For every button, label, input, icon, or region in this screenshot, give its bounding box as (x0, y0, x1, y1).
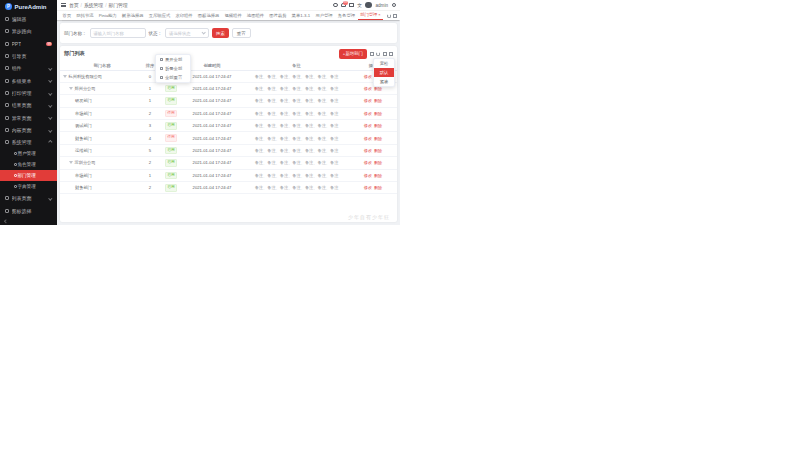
tab-部门管理[interactable]: 部门管理× (358, 11, 384, 20)
top-navbar: 首页/系统管理/部门管理 99文admin (57, 0, 400, 11)
breadcrumb-item[interactable]: 部门管理 (108, 2, 127, 8)
dropdown-item-折叠全部[interactable]: 折叠全部 (156, 64, 190, 73)
tag-bar: 首页防抖节流Pinia能力树形选择器互斥响应式水印组件图标选择器视频组件地图组件… (57, 11, 400, 20)
sidebar-item-系统管理[interactable]: 系统管理 (0, 136, 57, 148)
search-button[interactable]: 搜索 (212, 28, 229, 38)
sidebar-item-列表页面[interactable]: 列表页面 (0, 192, 57, 204)
logo[interactable]: P PureAdmin (0, 0, 57, 13)
tab-防抖节流[interactable]: 防抖节流 (74, 12, 96, 20)
tab-水印组件[interactable]: 水印组件 (173, 12, 195, 20)
refresh-icon[interactable] (387, 14, 391, 18)
op-修改[interactable]: 修改 (364, 148, 372, 153)
cell-sort: 2 (141, 111, 159, 116)
avatar[interactable] (365, 2, 372, 9)
department-name-input[interactable]: 请输入部门名称 (90, 28, 146, 38)
tab-视频组件[interactable]: 视频组件 (222, 12, 244, 20)
dropdown-item-展开全部[interactable]: 展开全部 (156, 55, 190, 64)
breadcrumb-item[interactable]: 首页 (69, 2, 79, 8)
cell-sort: 3 (141, 123, 159, 128)
tab-图标选择器[interactable]: 图标选择器 (195, 12, 222, 20)
tab-首页[interactable]: 首页 (60, 12, 74, 20)
tree-caret-icon[interactable] (69, 87, 73, 90)
notification-icon[interactable]: 99 (341, 3, 346, 8)
tree-caret-icon[interactable] (69, 161, 73, 164)
status-tag: 启用 (165, 172, 178, 180)
tab-角色管理[interactable]: 角色管理 (335, 12, 357, 20)
op-修改[interactable]: 修改 (364, 123, 372, 128)
reset-button[interactable]: 重置 (232, 28, 251, 38)
cell-department-name: 财务部门 (63, 185, 141, 190)
op-修改[interactable]: 修改 (364, 86, 372, 91)
collapse-menu-icon[interactable] (61, 3, 66, 7)
sidebar-item-label: 图标选择 (12, 208, 32, 214)
tab-地图组件[interactable]: 地图组件 (244, 12, 266, 20)
column-setting-icon[interactable] (389, 52, 393, 56)
op-删除[interactable]: 删除 (374, 160, 382, 165)
sidebar-item-图标选择[interactable]: 图标选择 (0, 205, 57, 217)
op-删除[interactable]: 删除 (374, 111, 382, 116)
tab-用户管理[interactable]: 用户管理 (313, 12, 335, 20)
settings-icon[interactable] (392, 3, 397, 8)
op-删除[interactable]: 删除 (374, 173, 382, 178)
density-option-宽松[interactable]: 宽松 (374, 59, 394, 68)
op-删除[interactable]: 删除 (374, 136, 382, 141)
op-删除[interactable]: 删除 (374, 148, 382, 153)
tab-菜单1-3-1[interactable]: 菜单1-3-1 (289, 12, 313, 20)
sidebar-subitem-字典管理[interactable]: 字典管理 (0, 181, 57, 192)
density-icon[interactable] (383, 52, 387, 56)
sidebar-item-组件[interactable]: 组件 (0, 62, 57, 74)
sidebar-item-异步路由[interactable]: 异步路由 (0, 25, 57, 37)
chevron-icon (49, 197, 53, 201)
sidebar-item-PPT[interactable]: PPT99 (0, 38, 57, 50)
menu-item-icon (5, 128, 9, 132)
sidebar-collapse-icon[interactable] (0, 217, 57, 225)
sidebar-item-打印管理[interactable]: 打印管理 (0, 87, 57, 99)
op-修改[interactable]: 修改 (364, 98, 372, 103)
tab-互斥响应式[interactable]: 互斥响应式 (146, 12, 173, 20)
sidebar-subitem-角色管理[interactable]: 角色管理 (0, 159, 57, 170)
tree-caret-icon[interactable] (63, 75, 67, 78)
op-修改[interactable]: 修改 (364, 111, 372, 116)
sidebar-item-编辑器[interactable]: 编辑器 (0, 13, 57, 25)
sidebar-item-内嵌页面[interactable]: 内嵌页面 (0, 124, 57, 136)
op-删除[interactable]: 删除 (374, 185, 382, 190)
add-department-button[interactable]: 新增部门 (339, 49, 367, 59)
fullscreen-icon[interactable] (349, 3, 354, 8)
cell-department-name: 财务部门 (63, 136, 141, 141)
search-icon[interactable] (333, 3, 338, 8)
page-content: 部门名称： 请输入部门名称 状态： 请选择状态 搜索 重置 部门列表 新增部门 (57, 20, 400, 225)
tab-树形选择器[interactable]: 树形选择器 (120, 12, 147, 20)
sidebar-item-引导页[interactable]: 引导页 (0, 50, 57, 62)
cell-operations: 修改删除 (352, 185, 394, 190)
tab-图片裁剪[interactable]: 图片裁剪 (267, 12, 289, 20)
density-option-紧凑[interactable]: 紧凑 (374, 77, 394, 86)
op-修改[interactable]: 修改 (364, 173, 372, 178)
op-修改[interactable]: 修改 (364, 185, 372, 190)
column-header: 备注 (241, 63, 352, 68)
sidebar: P PureAdmin 编辑器异步路由PPT99引导页组件多级菜单打印管理结果页… (0, 0, 57, 225)
op-修改[interactable]: 修改 (364, 74, 372, 79)
op-修改[interactable]: 修改 (364, 160, 372, 165)
breadcrumb-separator: / (81, 3, 82, 8)
sidebar-item-结果页面[interactable]: 结果页面 (0, 99, 57, 111)
sidebar-subitem-部门管理[interactable]: 部门管理 (0, 170, 57, 181)
op-删除[interactable]: 删除 (374, 123, 382, 128)
language-icon[interactable]: 文 (357, 3, 362, 8)
sidebar-item-label: 结果页面 (12, 102, 32, 108)
cell-sort: 1 (141, 173, 159, 178)
expand-icon[interactable] (370, 52, 374, 56)
op-删除[interactable]: 删除 (374, 98, 382, 103)
op-修改[interactable]: 修改 (364, 136, 372, 141)
breadcrumb-item[interactable]: 系统管理 (84, 2, 103, 8)
sidebar-subitem-用户管理[interactable]: 用户管理 (0, 148, 57, 159)
tab-Pinia能力[interactable]: Pinia能力 (96, 12, 119, 20)
close-tab-icon[interactable]: × (378, 12, 380, 17)
status-select[interactable]: 请选择状态 (165, 28, 209, 38)
density-option-默认[interactable]: 默认 (374, 68, 394, 77)
fullscreen-tab-icon[interactable] (393, 14, 397, 18)
dropdown-item-全部重置[interactable]: 全部重置 (156, 73, 190, 82)
sidebar-item-异常页面[interactable]: 异常页面 (0, 111, 57, 123)
cell-created-time: 2021-01-04 17:24:47 (183, 136, 241, 141)
refresh-table-icon[interactable] (376, 52, 380, 56)
sidebar-item-多级菜单[interactable]: 多级菜单 (0, 74, 57, 86)
